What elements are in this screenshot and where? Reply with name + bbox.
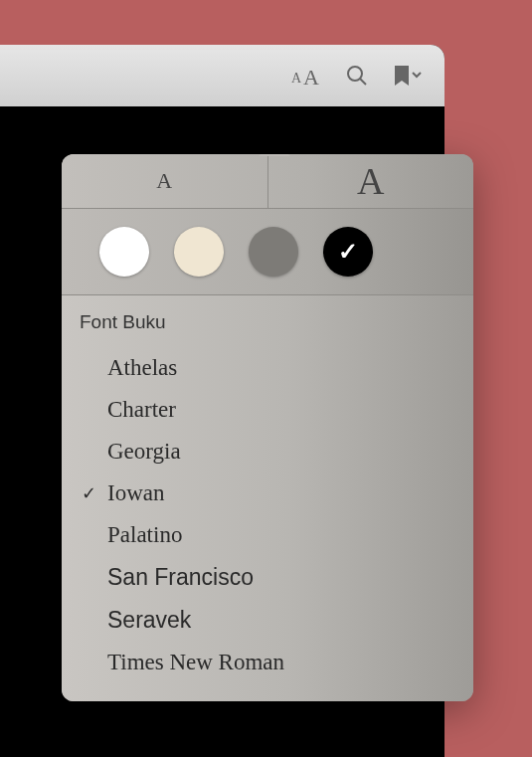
theme-white-swatch[interactable] — [99, 227, 149, 277]
large-a-label: A — [357, 159, 384, 203]
font-option-iowan[interactable]: ✓Iowan — [80, 473, 455, 514]
font-option-label: San Francisco — [107, 564, 254, 591]
appearance-icon[interactable]: A A — [289, 64, 323, 88]
reader-window: A A A A — [0, 45, 444, 757]
check-icon: ✓ — [82, 482, 96, 504]
font-option-label: Iowan — [107, 480, 164, 506]
font-option-times-new-roman[interactable]: Times New Roman — [80, 642, 455, 683]
small-a-label: A — [156, 168, 172, 194]
decrease-font-size-button[interactable]: A — [62, 154, 268, 208]
svg-line-3 — [360, 79, 366, 85]
svg-text:A: A — [303, 65, 319, 88]
font-option-label: Times New Roman — [107, 650, 284, 675]
theme-black-swatch[interactable]: ✓ — [323, 227, 373, 277]
theme-row: ✓ — [62, 209, 473, 295]
check-icon: ✓ — [338, 238, 358, 266]
font-option-label: Georgia — [107, 439, 181, 465]
font-option-san-francisco[interactable]: San Francisco — [80, 556, 455, 599]
theme-sepia-swatch[interactable] — [174, 227, 224, 277]
font-option-label: Seravek — [107, 607, 191, 634]
font-section: Font Buku AthelasCharterGeorgia✓IowanPal… — [62, 295, 473, 701]
popover-arrow — [259, 154, 290, 156]
svg-text:A: A — [291, 71, 302, 86]
font-option-seravek[interactable]: Seravek — [80, 599, 455, 642]
font-size-row: A A — [62, 154, 473, 209]
font-option-label: Athelas — [107, 355, 177, 381]
appearance-popover: A A ✓ Font Buku AthelasCharterGeorgia✓Io… — [62, 154, 473, 701]
toolbar: A A — [0, 45, 444, 106]
font-section-header: Font Buku — [80, 311, 455, 333]
font-option-label: Charter — [107, 397, 176, 423]
svg-point-2 — [348, 67, 362, 81]
increase-font-size-button[interactable]: A — [268, 154, 474, 208]
font-option-athelas[interactable]: Athelas — [80, 347, 455, 389]
font-option-palatino[interactable]: Palatino — [80, 514, 455, 556]
font-list: AthelasCharterGeorgia✓IowanPalatinoSan F… — [80, 347, 455, 683]
search-icon[interactable] — [345, 64, 369, 88]
font-option-label: Palatino — [107, 522, 182, 548]
bookmark-icon[interactable] — [391, 64, 423, 88]
font-option-georgia[interactable]: Georgia — [80, 431, 455, 473]
theme-gray-swatch[interactable] — [249, 227, 298, 277]
font-option-charter[interactable]: Charter — [80, 389, 455, 431]
